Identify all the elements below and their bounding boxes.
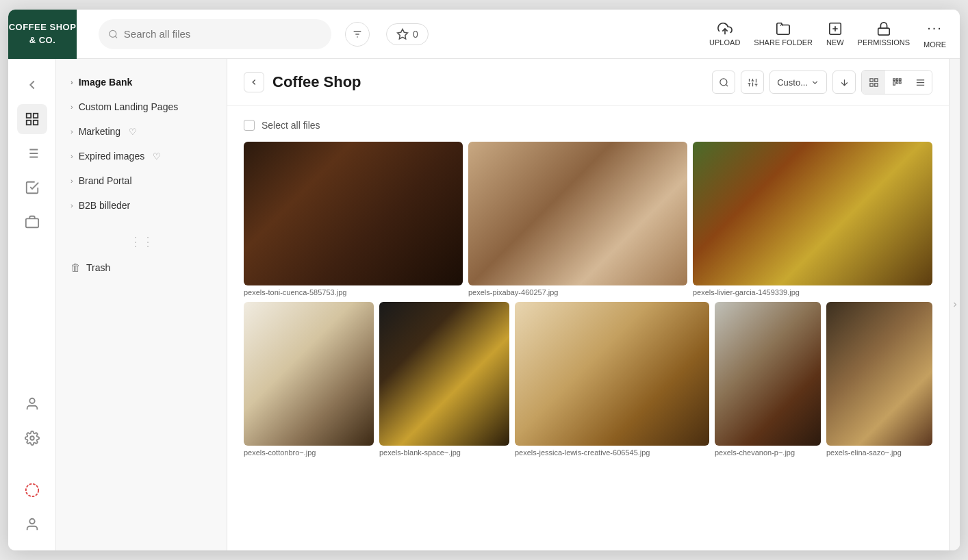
more-button[interactable]: ··· MORE xyxy=(924,20,946,49)
gallery-item[interactable]: pexels-pixabay-460257.jpg xyxy=(468,142,687,296)
gallery-item[interactable]: pexels-jessica-lewis-creative-606545.jpg xyxy=(515,302,709,457)
account-icon xyxy=(25,517,40,532)
logo-text: COFFEE SHOP& CO. xyxy=(9,21,77,46)
list-view-icon xyxy=(915,77,926,88)
svg-point-25 xyxy=(29,519,34,524)
sidebar-item-label: Custom Landing Pages xyxy=(79,101,179,112)
help-icon xyxy=(25,483,40,498)
search-bar[interactable] xyxy=(99,19,331,49)
svg-rect-10 xyxy=(878,28,890,35)
sidebar-item-b2b-billeder[interactable]: › B2B billeder xyxy=(56,193,227,218)
back-button[interactable] xyxy=(244,72,264,92)
filter-button[interactable] xyxy=(345,22,370,47)
main-layout: › Image Bank › Custom Landing Pages › Ma… xyxy=(8,59,960,550)
heart-icon: ♡ xyxy=(153,151,161,162)
mosaic-view-button[interactable] xyxy=(885,71,908,94)
sidebar-item-trash[interactable]: 🗑 Trash xyxy=(56,255,227,280)
sidebar-item-label: Marketing xyxy=(79,126,120,137)
new-icon xyxy=(828,21,843,36)
page-title: Coffee Shop xyxy=(272,73,361,91)
permissions-button[interactable]: PERMISSIONS xyxy=(858,21,910,47)
share-folder-label: SHARE FOLDER xyxy=(754,38,813,47)
svg-rect-41 xyxy=(874,83,877,86)
grid-view-button[interactable] xyxy=(862,71,885,94)
image-thumbnail[interactable] xyxy=(244,302,374,446)
sort-direction-button[interactable] xyxy=(832,71,856,94)
gallery-item[interactable]: pexels-cottonbro~.jpg xyxy=(244,302,374,457)
image-thumbnail[interactable] xyxy=(715,302,821,446)
image-thumbnail[interactable] xyxy=(468,142,687,285)
new-button[interactable]: NEW xyxy=(826,21,844,47)
gallery-item[interactable]: pexels-toni-cuenca-585753.jpg xyxy=(244,142,463,296)
header-actions: Custo... xyxy=(712,70,932,94)
icon-sidebar xyxy=(8,59,56,550)
image-label: pexels-pixabay-460257.jpg xyxy=(468,288,687,296)
image-label: pexels-blank-space~.jpg xyxy=(379,448,509,457)
topbar: COFFEE SHOP& CO. 0 UPLOAD SHARE FOLDER N xyxy=(8,10,960,59)
sidebar-icon-grid[interactable] xyxy=(17,104,47,134)
list-view-button[interactable] xyxy=(908,71,932,94)
image-thumbnail[interactable] xyxy=(244,142,463,285)
grid-icon xyxy=(25,112,40,127)
sidebar-item-label: Expired images xyxy=(79,151,145,162)
right-collapse-handle[interactable] xyxy=(949,59,960,550)
upload-button[interactable]: UPLOAD xyxy=(709,21,740,47)
filter-options-button[interactable] xyxy=(741,71,764,94)
sidebar-item-brand-portal[interactable]: › Brand Portal xyxy=(56,168,227,193)
select-all-checkbox[interactable] xyxy=(244,120,255,131)
sidebar-icon-user[interactable] xyxy=(17,389,47,419)
settings-icon xyxy=(25,431,40,446)
sidebar-icon-help[interactable] xyxy=(17,475,47,505)
content-area: Coffee Shop Custo... xyxy=(227,59,949,550)
image-thumbnail[interactable] xyxy=(693,142,932,285)
upload-label: UPLOAD xyxy=(709,38,740,47)
sidebar-icon-settings[interactable] xyxy=(17,423,47,453)
drag-handle[interactable]: ⋮⋮ xyxy=(56,229,227,255)
share-folder-button[interactable]: SHARE FOLDER xyxy=(754,21,813,47)
chevron-icon: › xyxy=(71,78,73,86)
sidebar-item-image-bank[interactable]: › Image Bank xyxy=(56,70,227,94)
list-icon xyxy=(25,146,40,161)
sidebar-nav: › Image Bank › Custom Landing Pages › Ma… xyxy=(56,59,227,550)
gallery-item[interactable]: pexels-blank-space~.jpg xyxy=(379,302,509,457)
search-button[interactable] xyxy=(712,71,735,94)
image-thumbnail[interactable] xyxy=(379,302,509,446)
svg-rect-40 xyxy=(869,83,872,86)
svg-line-1 xyxy=(115,36,117,38)
search-icon xyxy=(108,29,118,40)
chevron-left-icon xyxy=(25,77,40,92)
filter-icon xyxy=(352,29,363,40)
gallery-item[interactable]: pexels-livier-garcia-1459339.jpg xyxy=(693,142,932,296)
checkbox-icon xyxy=(25,180,40,195)
starred-button[interactable]: 0 xyxy=(386,23,429,45)
svg-rect-45 xyxy=(893,81,895,85)
sidebar-icon-briefcase[interactable] xyxy=(17,207,47,237)
image-label: pexels-toni-cuenca-585753.jpg xyxy=(244,288,463,296)
sidebar-item-label: Image Bank xyxy=(79,77,133,88)
image-label: pexels-chevanon-p~.jpg xyxy=(715,448,821,457)
more-dots: ··· xyxy=(927,20,943,36)
sidebar-icon-back[interactable] xyxy=(17,70,47,100)
sidebar-icon-list[interactable] xyxy=(17,138,47,168)
sort-dropdown[interactable]: Custo... xyxy=(769,71,827,94)
more-label: MORE xyxy=(924,40,946,49)
search-input[interactable] xyxy=(124,28,322,40)
gallery-item[interactable]: pexels-chevanon-p~.jpg xyxy=(715,302,821,457)
image-thumbnail[interactable] xyxy=(826,302,932,446)
trash-label: Trash xyxy=(86,262,110,273)
select-all-row: Select all files xyxy=(244,120,932,131)
sidebar-item-custom-landing-pages[interactable]: › Custom Landing Pages xyxy=(56,94,227,119)
gallery-row-1: pexels-toni-cuenca-585753.jpg pexels-pix… xyxy=(244,142,932,296)
svg-rect-44 xyxy=(899,78,901,80)
sidebar-item-marketing[interactable]: › Marketing ♡ xyxy=(56,119,227,144)
sidebar-icon-tasks[interactable] xyxy=(17,173,47,203)
mosaic-view-icon xyxy=(892,77,902,88)
svg-rect-43 xyxy=(896,78,898,80)
image-thumbnail[interactable] xyxy=(515,302,709,446)
sidebar-icon-account[interactable] xyxy=(17,509,47,539)
sidebar-item-expired-images[interactable]: › Expired images ♡ xyxy=(56,144,227,168)
gallery-item[interactable]: pexels-elina-sazo~.jpg xyxy=(826,302,932,457)
chevron-icon: › xyxy=(71,201,73,209)
upload-icon xyxy=(717,21,733,36)
permissions-label: PERMISSIONS xyxy=(858,38,910,47)
